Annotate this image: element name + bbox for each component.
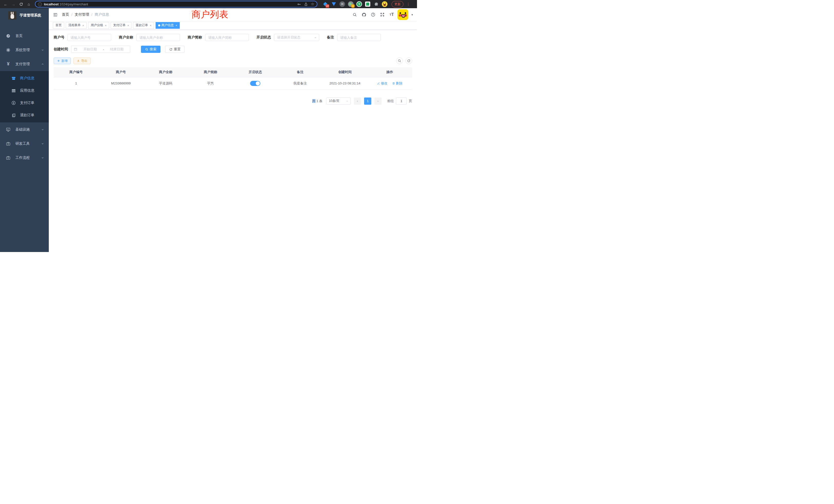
reset-button-label: 重置 <box>174 47 180 51</box>
browser-home-button[interactable]: ⌂ <box>26 1 32 7</box>
table-header-row: 商户编号 商户号 商户全称 商户简称 开启状态 备注 创建时间 操作 <box>54 67 412 77</box>
sidebar-item-payment[interactable]: ¥ 支付管理 <box>0 57 49 71</box>
add-button[interactable]: 新增 <box>54 58 71 64</box>
share-icon[interactable] <box>304 2 308 6</box>
sidebar-item-workflow[interactable]: 工作流程 <box>0 151 49 165</box>
delete-button[interactable]: 删除 <box>392 81 403 86</box>
prev-page-button[interactable]: ‹ <box>354 97 361 105</box>
sidebar-item-merchant-info[interactable]: 商户信息 <box>0 72 49 85</box>
export-button[interactable]: 导出 <box>73 58 91 64</box>
merchant-no-input[interactable] <box>68 34 111 41</box>
help-button[interactable] <box>370 11 376 18</box>
col-header-short-name: 商户简称 <box>188 67 233 77</box>
breadcrumb-home[interactable]: 首页 <box>62 12 69 17</box>
search-button[interactable]: 搜索 <box>141 46 160 53</box>
url-host: localhost <box>44 2 59 6</box>
goto-page-input[interactable] <box>396 97 407 105</box>
password-key-icon[interactable] <box>297 2 301 6</box>
col-header-create-time: 创建时间 <box>323 67 368 77</box>
remark-input[interactable] <box>337 34 381 41</box>
close-icon[interactable]: × <box>150 24 151 27</box>
browser-back-button[interactable]: ← <box>3 1 9 7</box>
reset-button[interactable]: 重置 <box>165 46 184 53</box>
reload-icon <box>19 2 23 6</box>
browser-forward-button[interactable]: → <box>10 1 17 7</box>
full-name-input[interactable] <box>136 34 180 41</box>
tab-home[interactable]: 首页 <box>53 22 64 29</box>
remark-label: 备注 <box>327 35 334 40</box>
extensions-puzzle-button[interactable] <box>373 1 379 7</box>
breadcrumb-payment[interactable]: 支付管理 <box>75 12 89 17</box>
extension-icon-1[interactable]: 10 <box>323 1 328 7</box>
edit-button[interactable]: 修改 <box>377 81 388 86</box>
app-logo <box>8 11 17 20</box>
status-toggle[interactable] <box>250 81 260 86</box>
merchant-table: 商户编号 商户号 商户全称 商户简称 开启状态 备注 创建时间 操作 1 M23… <box>54 67 412 90</box>
extension-icon-5[interactable]: Y <box>356 1 362 7</box>
sidebar-item-refund-order[interactable]: 退款订单 <box>0 109 49 121</box>
profile-avatar-button[interactable] <box>382 1 388 7</box>
command-extension-icon: ⌘ <box>339 1 345 7</box>
page-size-select[interactable]: 10条/页 <box>326 97 351 105</box>
total-count: 1 <box>315 99 319 103</box>
total-prefix: 共 <box>312 99 315 103</box>
short-name-input[interactable] <box>205 34 249 41</box>
close-icon[interactable]: × <box>127 24 129 27</box>
sidebar-item-label: 首页 <box>16 33 23 38</box>
tab-pay-order[interactable]: 支付订单× <box>111 22 131 29</box>
create-time-range-picker[interactable]: 开始日期 - 结束日期 <box>71 46 130 53</box>
bookmark-star-icon[interactable]: ☆ <box>311 2 314 6</box>
next-page-button[interactable]: › <box>374 97 381 105</box>
browser-menu-icon[interactable]: ⋮ <box>407 2 410 6</box>
site-info-icon[interactable]: i <box>38 2 42 6</box>
extension-icon-3[interactable]: ⌘ <box>339 1 345 7</box>
close-icon[interactable]: × <box>176 24 177 27</box>
total-suffix: 条 <box>319 99 323 103</box>
extension-icon-6[interactable] <box>365 1 371 7</box>
end-date-placeholder[interactable]: 结束日期 <box>106 47 128 51</box>
sidebar-item-label: 基础设施 <box>16 127 30 132</box>
tab-refund-order[interactable]: 退款订单× <box>133 22 154 29</box>
close-icon[interactable]: × <box>83 24 84 27</box>
sidebar-item-app-info[interactable]: 应用信息 <box>0 85 49 97</box>
toggle-search-button[interactable] <box>396 58 403 64</box>
extension-icon-4[interactable]: 1 <box>348 1 354 7</box>
user-avatar[interactable] <box>397 9 408 20</box>
monitor-chart-icon <box>5 127 11 132</box>
tab-label: 流程表单 <box>68 23 81 27</box>
page-1-button[interactable]: 1 <box>364 97 371 105</box>
refresh-table-button[interactable] <box>405 58 412 64</box>
sidebar-item-home[interactable]: 首页 <box>0 29 49 43</box>
avatar-caret-icon[interactable]: ▾ <box>411 13 413 17</box>
add-button-label: 新增 <box>61 59 68 63</box>
app-logo-row[interactable]: 芋道管理系统 <box>0 8 49 23</box>
sidebar-item-label: 支付管理 <box>16 62 30 66</box>
close-icon[interactable]: × <box>105 24 106 27</box>
cell-full-name: 芋道源码 <box>143 77 188 90</box>
sidebar-item-dev-tools[interactable]: 研发工具 <box>0 137 49 151</box>
extension-icon-2[interactable] <box>331 1 337 7</box>
status-select[interactable]: 请选择开启状态 <box>274 34 319 41</box>
header-search-button[interactable] <box>351 11 358 18</box>
chevron-down-icon <box>41 142 44 145</box>
tab-label: 支付订单 <box>113 23 126 27</box>
fullscreen-button[interactable] <box>379 11 386 18</box>
browser-update-button[interactable]: 更新 <box>392 1 403 7</box>
sidebar-item-pay-order[interactable]: 支付订单 <box>0 97 49 109</box>
chevron-down-icon <box>41 156 44 159</box>
sidebar-toggle-button[interactable] <box>53 12 58 17</box>
tab-merchant-info[interactable]: 商户信息× <box>156 22 180 29</box>
sidebar-item-infrastructure[interactable]: 基础设施 <box>0 122 49 137</box>
start-date-placeholder[interactable]: 开始日期 <box>79 47 101 51</box>
table-row: 1 M233666999 芋道源码 芋艿 我是备注 2021-10-23 08:… <box>54 77 412 90</box>
font-size-button[interactable]: TT <box>388 11 395 18</box>
sidebar-item-system[interactable]: 系统管理 <box>0 43 49 57</box>
browser-reload-button[interactable] <box>18 1 24 7</box>
github-link-button[interactable] <box>360 11 367 18</box>
tab-process-form[interactable]: 流程表单× <box>66 22 87 29</box>
chevron-down-icon <box>41 128 44 131</box>
breadcrumb: 首页 / 支付管理 / 商户信息 <box>62 12 109 17</box>
tab-user-group[interactable]: 用户分组× <box>88 22 109 29</box>
address-bar[interactable]: i localhost:1024/pay/merchant ☆ <box>35 1 317 7</box>
cell-status <box>233 77 278 90</box>
